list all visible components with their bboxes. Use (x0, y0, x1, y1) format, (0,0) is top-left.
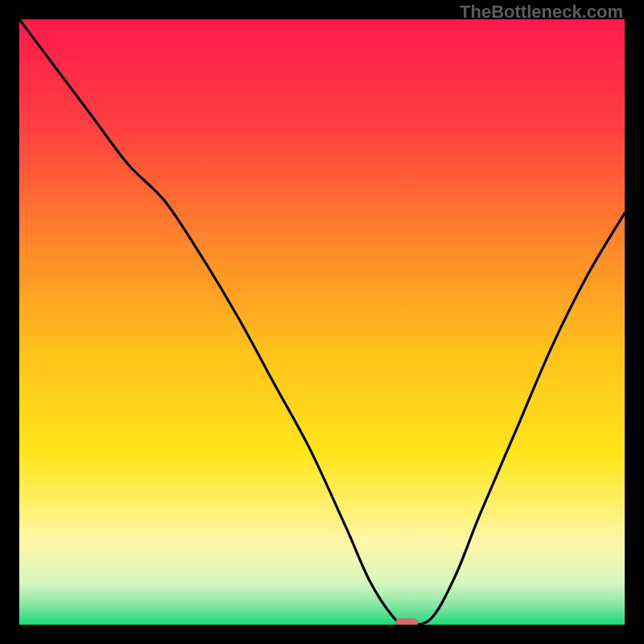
plot-area (19, 19, 625, 625)
optimal-point-marker (395, 618, 418, 625)
chart-frame: TheBottleneck.com (0, 0, 644, 644)
watermark-text: TheBottleneck.com (460, 2, 623, 23)
bottleneck-curve (19, 19, 625, 625)
